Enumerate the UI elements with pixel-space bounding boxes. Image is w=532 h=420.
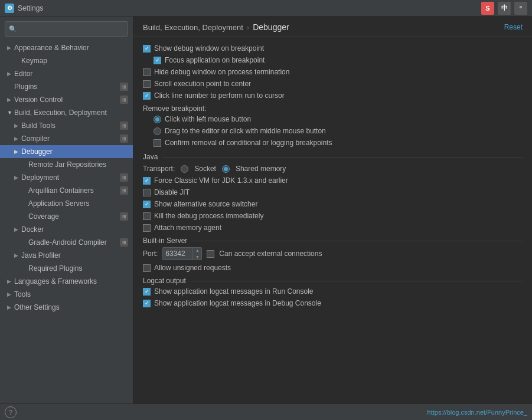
attach-memory-label: Attach memory agent — [154, 224, 221, 232]
sidebar-item-label: Plugins — [14, 83, 118, 91]
show-debug-window-checkbox[interactable] — [143, 45, 151, 52]
socket-radio[interactable] — [181, 165, 188, 173]
allow-unsigned-row: Allow unsigned requests — [143, 264, 523, 272]
arrow-icon: ▶ — [7, 304, 14, 310]
logcat-debug-console-label: Show application logcat messages in Debu… — [154, 299, 321, 307]
arrow-icon: ▶ — [14, 149, 21, 155]
title-bar-extra-btn[interactable]: ° — [514, 2, 527, 15]
builtin-server-title: Built-in Server — [143, 237, 187, 245]
sidebar-item-editor[interactable]: ▶ Editor — [0, 67, 133, 80]
arrow-icon: ▼ — [7, 110, 14, 116]
force-classic-vm-label: Force Classic VM for JDK 1.3.x and earli… — [154, 176, 288, 185]
socket-label: Socket — [194, 165, 216, 173]
click-left-mouse-radio[interactable] — [154, 116, 161, 123]
search-box[interactable]: 🔍 — [5, 21, 128, 37]
arrow-icon: ▶ — [14, 252, 21, 258]
disable-jit-label: Disable JIT — [154, 188, 190, 196]
can-accept-external-checkbox[interactable] — [207, 250, 214, 258]
breadcrumb-separator: › — [247, 23, 249, 32]
sidebar-item-label: Other Settings — [14, 303, 128, 311]
hide-debug-window-label: Hide debug window on process termination — [154, 68, 289, 76]
title-bar-s-btn[interactable]: S — [481, 2, 494, 15]
sidebar-item-label: Editor — [14, 70, 128, 78]
breadcrumb-current: Debugger — [253, 22, 289, 32]
allow-unsigned-label: Allow unsigned requests — [154, 264, 231, 272]
sidebar-item-label: Version Control — [14, 96, 118, 104]
kill-debug-checkbox[interactable] — [143, 212, 151, 220]
hide-debug-window-checkbox[interactable] — [143, 68, 151, 76]
plugin-icon: ⊞ — [120, 83, 128, 91]
force-classic-vm-checkbox[interactable] — [143, 177, 151, 185]
sidebar-item-appearance[interactable]: ▶ Appearance & Behavior — [0, 41, 133, 54]
title-bar-zh-btn[interactable]: 中 — [498, 2, 511, 15]
sidebar-item-version-control[interactable]: ▶ Version Control ⊞ — [0, 93, 133, 106]
confirm-removal-checkbox[interactable] — [154, 139, 161, 147]
logcat-debug-console-checkbox[interactable] — [143, 300, 151, 307]
attach-memory-row: Attach memory agent — [143, 224, 523, 232]
sidebar-item-arquillian[interactable]: Arquillian Containers ⊞ — [0, 184, 133, 197]
port-spinners: ▲ ▼ — [192, 247, 201, 260]
port-input[interactable] — [163, 250, 192, 258]
help-button[interactable]: ? — [5, 406, 17, 418]
arrow-icon: ▶ — [7, 278, 14, 284]
arrow-icon: ▶ — [14, 175, 21, 181]
logcat-run-console-checkbox[interactable] — [143, 288, 151, 296]
sidebar-item-remote-jar[interactable]: Remote Jar Repositories — [0, 158, 133, 171]
main-container: 🔍 ▶ Appearance & Behavior Keymap ▶ Edito… — [0, 17, 532, 403]
sidebar-item-label: Arquillian Containers — [28, 186, 118, 195]
sidebar-item-required-plugins[interactable]: Required Plugins — [0, 262, 133, 275]
focus-application-checkbox[interactable] — [154, 57, 161, 64]
click-line-number-row: Click line number to perform run to curs… — [143, 91, 523, 100]
arrow-icon: ▶ — [14, 136, 21, 142]
drag-editor-radio[interactable] — [154, 127, 161, 135]
builtin-divider — [192, 241, 523, 241]
sidebar-item-app-servers[interactable]: Application Servers — [0, 197, 133, 210]
sidebar-item-other-settings[interactable]: ▶ Other Settings — [0, 301, 133, 314]
sidebar-item-compiler[interactable]: ▶ Compiler ⊞ — [0, 132, 133, 145]
reset-button[interactable]: Reset — [504, 23, 523, 31]
remove-breakpoint-label: Remove breakpoint: — [143, 104, 206, 113]
port-input-wrap[interactable]: ▲ ▼ — [162, 247, 202, 260]
kill-debug-row: Kill the debug process immediately — [143, 212, 523, 220]
allow-unsigned-checkbox[interactable] — [143, 264, 151, 272]
sidebar-item-label: Build, Execution, Deployment — [14, 109, 128, 117]
port-row: Port: ▲ ▼ Can accept external connection… — [143, 247, 523, 260]
app-icon: ⚙ — [5, 4, 14, 13]
port-spinner-up[interactable]: ▲ — [193, 247, 201, 254]
sidebar-item-docker[interactable]: ▶ Docker — [0, 223, 133, 236]
click-line-number-checkbox[interactable] — [143, 92, 151, 100]
sidebar-item-java-profiler[interactable]: ▶ Java Profiler — [0, 249, 133, 262]
sidebar-item-deployment[interactable]: ▶ Deployment ⊞ — [0, 171, 133, 184]
logcat-debug-console-row: Show application logcat messages in Debu… — [143, 299, 523, 307]
sidebar-item-build-execution[interactable]: ▼ Build, Execution, Deployment — [0, 106, 133, 119]
sidebar-item-label: Deployment — [21, 173, 118, 182]
sidebar-item-build-tools[interactable]: ▶ Build Tools ⊞ — [0, 119, 133, 132]
sidebar-item-label: Debugger — [21, 147, 128, 156]
port-label: Port: — [143, 250, 158, 258]
sidebar-item-debugger[interactable]: ▶ Debugger — [0, 145, 133, 158]
vc-icon: ⊞ — [120, 96, 128, 104]
shared-memory-radio[interactable] — [222, 165, 230, 173]
port-spinner-down[interactable]: ▼ — [193, 254, 201, 260]
scroll-execution-checkbox[interactable] — [143, 80, 151, 88]
sidebar-item-label: Keymap — [21, 57, 128, 65]
attach-memory-checkbox[interactable] — [143, 224, 151, 232]
focus-application-row: Focus application on breakpoint — [143, 56, 523, 64]
sidebar-item-coverage[interactable]: Coverage ⊞ — [0, 210, 133, 223]
scroll-execution-row: Scroll execution point to center — [143, 80, 523, 88]
sidebar-item-tools[interactable]: ▶ Tools — [0, 288, 133, 301]
sidebar: 🔍 ▶ Appearance & Behavior Keymap ▶ Edito… — [0, 17, 133, 403]
bottom-link[interactable]: https://blog.csdn.net/FunnyPrince_ — [427, 409, 527, 416]
sidebar-item-plugins[interactable]: Plugins ⊞ — [0, 80, 133, 93]
sidebar-item-label: Docker — [21, 225, 128, 234]
disable-jit-row: Disable JIT — [143, 188, 523, 196]
can-accept-external-label: Can accept external connections — [219, 250, 322, 258]
transport-row: Transport: Socket Shared memory — [143, 165, 523, 173]
sidebar-item-keymap[interactable]: Keymap — [0, 54, 133, 67]
breadcrumb-part1: Build, Execution, Deployment — [143, 23, 243, 32]
show-alternative-checkbox[interactable] — [143, 201, 151, 208]
sidebar-item-gradle-android[interactable]: Gradle-Android Compiler ⊞ — [0, 236, 133, 249]
sidebar-item-languages[interactable]: ▶ Languages & Frameworks — [0, 275, 133, 288]
focus-application-label: Focus application on breakpoint — [165, 56, 265, 64]
disable-jit-checkbox[interactable] — [143, 189, 151, 196]
